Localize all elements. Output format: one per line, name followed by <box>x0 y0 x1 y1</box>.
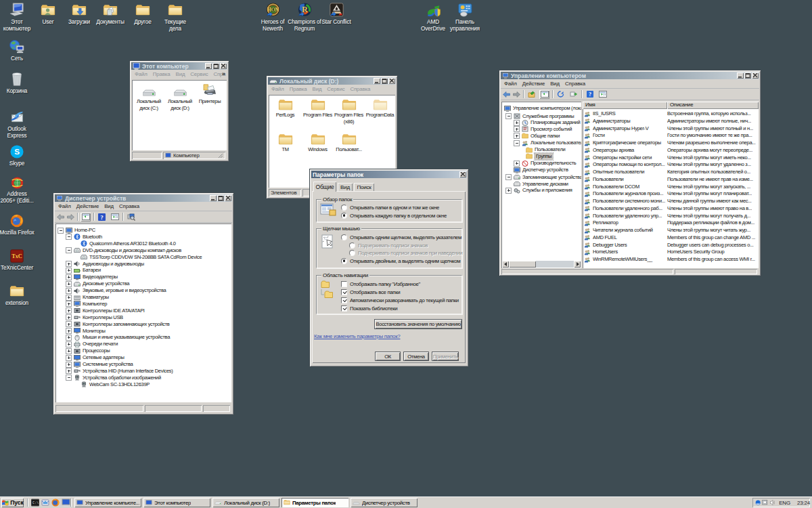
svg-text:HON: HON <box>267 7 279 13</box>
svg-text:C:\: C:\ <box>32 501 39 505</box>
svg-text:?: ? <box>100 214 104 221</box>
svg-text:TxC: TxC <box>12 253 22 259</box>
svg-text:S: S <box>14 147 20 156</box>
svg-text:?: ? <box>589 91 591 98</box>
